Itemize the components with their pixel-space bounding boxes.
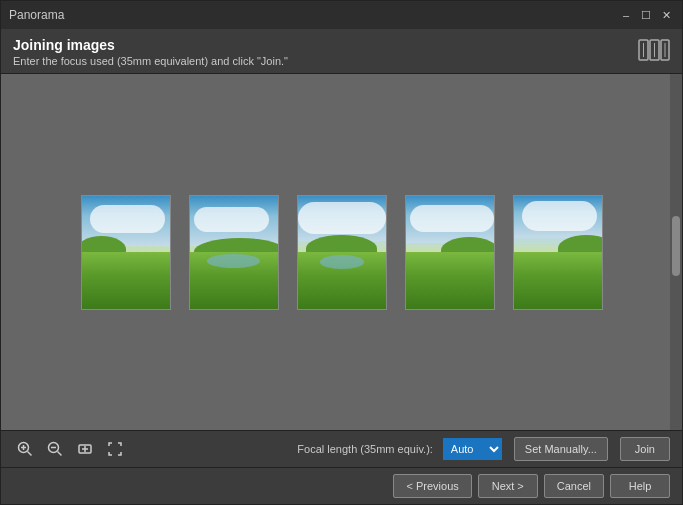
dialog-title: Joining images xyxy=(13,37,288,53)
close-button[interactable]: ✕ xyxy=(658,7,674,23)
list-item xyxy=(189,195,279,310)
title-bar: Panorama – ☐ ✕ xyxy=(1,1,682,29)
help-button[interactable]: Help xyxy=(610,474,670,498)
header-text: Joining images Enter the focus used (35m… xyxy=(13,37,288,67)
list-item xyxy=(513,195,603,310)
list-item xyxy=(81,195,171,310)
image-canvas xyxy=(1,74,682,430)
fit-view-button[interactable] xyxy=(73,437,97,461)
scrollbar[interactable] xyxy=(670,74,682,430)
set-manually-button[interactable]: Set Manually... xyxy=(514,437,608,461)
image-row xyxy=(81,195,603,310)
navigation-bar: < Previous Next > Cancel Help xyxy=(1,468,682,504)
list-item xyxy=(405,195,495,310)
fullscreen-button[interactable] xyxy=(103,437,127,461)
svg-line-11 xyxy=(58,452,62,456)
window-controls: – ☐ ✕ xyxy=(618,7,674,23)
bottom-toolbar: Focal length (35mm equiv.): Auto 24mm 28… xyxy=(1,430,682,468)
svg-line-7 xyxy=(28,452,32,456)
zoom-in-button[interactable] xyxy=(13,437,37,461)
previous-button[interactable]: < Previous xyxy=(393,474,471,498)
maximize-button[interactable]: ☐ xyxy=(638,7,654,23)
window-title: Panorama xyxy=(9,8,618,22)
panorama-window: Panorama – ☐ ✕ Joining images Enter the … xyxy=(0,0,683,505)
list-item xyxy=(297,195,387,310)
zoom-out-button[interactable] xyxy=(43,437,67,461)
join-button[interactable]: Join xyxy=(620,437,670,461)
next-button[interactable]: Next > xyxy=(478,474,538,498)
dialog-subtitle: Enter the focus used (35mm equivalent) a… xyxy=(13,55,288,67)
minimize-button[interactable]: – xyxy=(618,7,634,23)
dialog-header: Joining images Enter the focus used (35m… xyxy=(1,29,682,74)
panorama-icon xyxy=(638,39,670,66)
focal-select[interactable]: Auto 24mm 28mm 35mm 50mm 85mm xyxy=(443,438,502,460)
focal-length-label: Focal length (35mm equiv.): xyxy=(297,443,433,455)
scrollbar-thumb xyxy=(672,216,680,276)
cancel-button[interactable]: Cancel xyxy=(544,474,604,498)
focal-select-wrap: Auto 24mm 28mm 35mm 50mm 85mm xyxy=(443,438,502,460)
